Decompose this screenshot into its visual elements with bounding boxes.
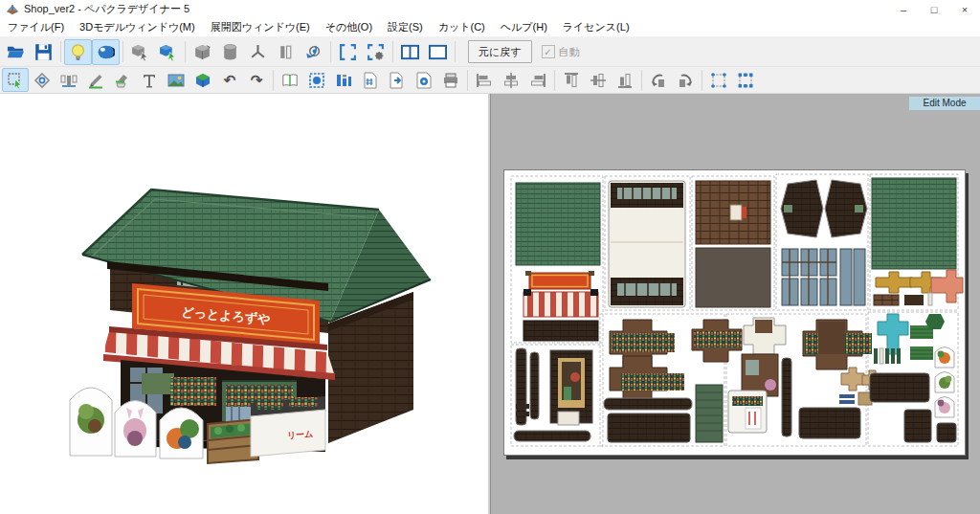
piece-beam[interactable]: [514, 431, 590, 441]
save-icon: [34, 43, 53, 61]
divide-join-icon: [60, 72, 78, 89]
align-bottom-button[interactable]: [612, 68, 638, 92]
piece-dark-panel-4[interactable]: [937, 423, 956, 442]
divide-join-button[interactable]: [56, 68, 82, 92]
piece-entry-frame[interactable]: [516, 348, 592, 425]
show-flip-button[interactable]: [272, 39, 300, 65]
ice-cream-freezer: リーム: [251, 396, 325, 457]
menu-others[interactable]: その他(O): [318, 18, 380, 36]
page-number-button[interactable]: [357, 68, 384, 92]
rotate-model-button[interactable]: [126, 39, 154, 65]
edit-line-button[interactable]: [82, 68, 109, 92]
piece-character-cards[interactable]: [935, 347, 954, 418]
undo-unfold-button[interactable]: 元に戻す: [468, 40, 532, 63]
piece-roof-front[interactable]: [516, 183, 600, 265]
piece-window-panels[interactable]: [782, 249, 865, 305]
rotate-ccw-button[interactable]: [645, 68, 672, 92]
split-layout-button[interactable]: [396, 39, 424, 65]
align-center-button[interactable]: [498, 68, 524, 92]
two-pane-layout-icon: [401, 43, 419, 61]
redo-button[interactable]: ↷: [243, 68, 270, 92]
cylinder-display-button[interactable]: [216, 39, 244, 65]
auto-unfold-checkbox[interactable]: ✓ 自動: [542, 45, 580, 59]
piece-pillar[interactable]: [782, 358, 791, 436]
open-file-button[interactable]: [2, 39, 30, 65]
toggle-light-button[interactable]: [64, 39, 92, 65]
menu-cut[interactable]: カット(C): [431, 18, 493, 36]
menu-help[interactable]: ヘルプ(H): [493, 18, 555, 36]
piece-gable-ends[interactable]: [781, 180, 867, 237]
piece-dark-panel-2[interactable]: [799, 408, 860, 438]
solid-display-button[interactable]: [189, 39, 216, 65]
open-book-button[interactable]: [277, 68, 303, 92]
save-button[interactable]: [30, 39, 57, 65]
piece-sign-banner[interactable]: [525, 271, 594, 289]
select-parts-icon: [7, 72, 24, 89]
toolbar-separator: [60, 41, 61, 62]
view-settings-button[interactable]: [362, 39, 390, 65]
show-3d-cube-button[interactable]: [189, 68, 216, 92]
minimize-button[interactable]: –: [888, 0, 919, 18]
piece-tree-top[interactable]: [925, 314, 945, 329]
open-file-icon: [7, 43, 25, 61]
align-left-button[interactable]: [471, 68, 498, 92]
piece-counter-beam[interactable]: [604, 398, 692, 410]
piece-plank-2[interactable]: [904, 295, 924, 305]
piece-tatami-mat[interactable]: [696, 385, 723, 442]
piece-dark-panel-1[interactable]: [608, 413, 690, 442]
piece-plank-1[interactable]: [874, 295, 899, 305]
menu-file[interactable]: ファイル(F): [0, 18, 72, 36]
piece-stick[interactable]: [928, 293, 932, 305]
show-axes-button[interactable]: [244, 39, 272, 65]
menu-unfold-window[interactable]: 展開図ウィンドウ(E): [203, 18, 318, 36]
align-top-button[interactable]: [558, 68, 585, 92]
piece-back-wall[interactable]: [696, 181, 770, 244]
model-3d-viewport[interactable]: どっとよろずや: [0, 94, 488, 514]
menu-3d-model-window[interactable]: 3Dモデルウィンドウ(M): [72, 18, 203, 36]
textured-display-button[interactable]: [92, 39, 120, 65]
align-right-icon: [529, 72, 546, 89]
piece-wall-strip[interactable]: [523, 321, 598, 341]
piece-display-table[interactable]: [742, 318, 786, 396]
scale-handles-button[interactable]: [732, 68, 759, 92]
pattern-page[interactable]: [503, 169, 966, 456]
piece-awning[interactable]: [523, 289, 598, 317]
piece-roof-back[interactable]: [872, 178, 956, 269]
page-setup-button[interactable]: [411, 68, 437, 92]
interior-shelf: [170, 377, 216, 406]
select-on-3d-button[interactable]: [154, 39, 182, 65]
piece-freezer[interactable]: [728, 391, 767, 433]
maximize-button[interactable]: □: [919, 0, 949, 18]
close-button[interactable]: ×: [949, 0, 980, 18]
piece-shelf-unit-3[interactable]: [692, 320, 742, 362]
align-middle-button[interactable]: [585, 68, 612, 92]
select-loop-button[interactable]: [29, 68, 56, 92]
undo-button[interactable]: ↶: [216, 68, 243, 92]
fit-view-button[interactable]: [334, 39, 362, 65]
piece-shelf-unit-2[interactable]: [610, 356, 684, 404]
single-layout-button[interactable]: [424, 39, 452, 65]
menu-license[interactable]: ライセンス(L): [555, 18, 637, 36]
select-region-button[interactable]: [303, 68, 330, 92]
align-top-icon: [563, 72, 580, 89]
piece-floor[interactable]: [696, 248, 770, 307]
rotate-cw-button[interactable]: [672, 68, 699, 92]
print-button[interactable]: [437, 68, 464, 92]
pattern-viewport[interactable]: Edit Mode: [490, 94, 980, 514]
orbit-camera-button[interactable]: [300, 39, 327, 65]
fit-corners-icon: [339, 43, 357, 61]
select-parts-button[interactable]: [2, 68, 29, 92]
export-page-button[interactable]: [384, 68, 411, 92]
piece-dark-panel-5[interactable]: [904, 410, 931, 442]
insert-text-button[interactable]: [136, 68, 163, 92]
piece-side-wall[interactable]: [609, 181, 685, 307]
piece-dark-panel-3[interactable]: [870, 373, 929, 402]
insert-image-button[interactable]: [163, 68, 189, 92]
group-select-button[interactable]: [705, 68, 732, 92]
erase-line-button[interactable]: [109, 68, 136, 92]
align-right-button[interactable]: [524, 68, 551, 92]
standing-sign-2: [115, 401, 156, 458]
menu-settings[interactable]: 設定(S): [380, 18, 431, 36]
piece-big-shelf[interactable]: [803, 320, 872, 369]
arrange-parts-button[interactable]: [330, 68, 357, 92]
